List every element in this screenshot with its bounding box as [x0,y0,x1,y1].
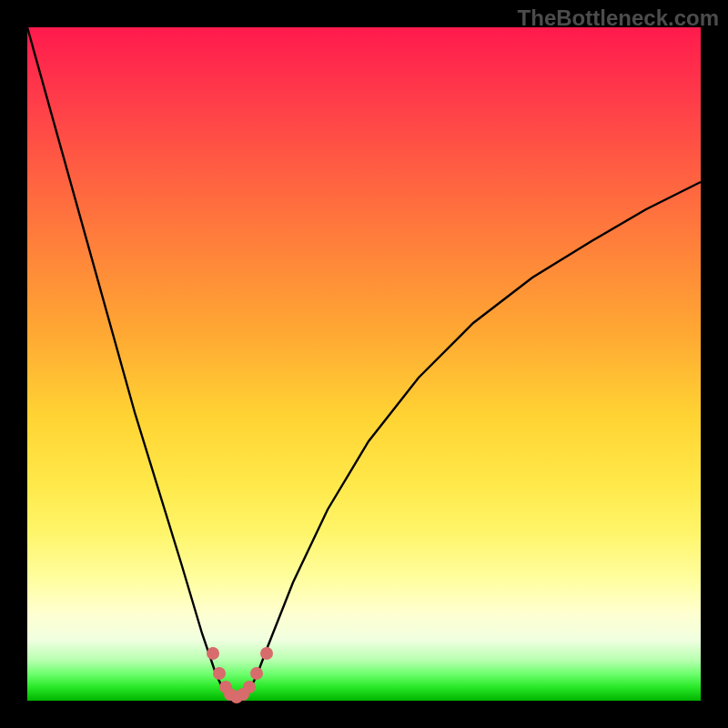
plot-area [27,27,701,701]
watermark-text: TheBottleneck.com [518,5,719,31]
chart-frame: TheBottleneck.com [0,0,728,728]
